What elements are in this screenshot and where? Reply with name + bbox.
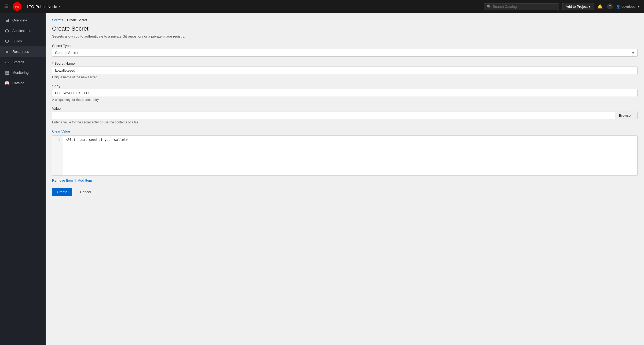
item-actions: Remove Item | Add Item — [52, 178, 638, 182]
value-hint: Enter a value for the secret entry or us… — [52, 120, 638, 124]
add-item-link[interactable]: Add Item — [78, 178, 92, 182]
applications-icon: ⬡ — [4, 28, 10, 33]
sidebar-label-monitoring: Monitoring — [12, 71, 29, 75]
page-title: Create Secret — [52, 25, 638, 32]
user-icon: 👤 — [616, 5, 620, 9]
search-input[interactable] — [493, 5, 556, 9]
clear-value-link[interactable]: Clear Value — [52, 129, 70, 133]
create-button[interactable]: Create — [52, 188, 72, 196]
key-label: * Key — [52, 84, 638, 88]
user-label: developer — [621, 5, 637, 9]
secret-name-group: * Secret Name Unique name of the new sec… — [52, 61, 638, 79]
project-selector[interactable]: LTO Public Node ▾ — [27, 4, 60, 9]
key-input[interactable] — [52, 89, 638, 97]
add-to-project-button[interactable]: Add to Project ▾ — [562, 3, 594, 10]
line-number-1: 1 — [55, 138, 60, 142]
code-editor: 1 <Plain text seed of your wallet> — [52, 135, 638, 176]
breadcrumb-current: Create Secret — [67, 18, 87, 22]
main-layout: ⊞ Overview ⬡ Applications › ⬡ Builds › ◈… — [0, 13, 644, 345]
code-editor-gutter: 1 — [52, 136, 63, 175]
search-catalog[interactable]: 🔍 — [484, 3, 559, 10]
remove-item-link[interactable]: Remove Item — [52, 178, 73, 182]
sidebar-item-builds[interactable]: ⬡ Builds › — [0, 36, 46, 46]
sidebar-item-monitoring[interactable]: ▤ Monitoring — [0, 67, 46, 78]
breadcrumb-parent[interactable]: Secrets — [52, 18, 63, 22]
value-group: Value Browse... Enter a value for the se… — [52, 107, 638, 124]
sidebar: ⊞ Overview ⬡ Applications › ⬡ Builds › ◈… — [0, 13, 46, 345]
project-chevron-icon: ▾ — [59, 5, 60, 8]
resources-chevron-icon: › — [41, 50, 41, 53]
top-nav: ☰ okd LTO Public Node ▾ 🔍 Add to Project… — [0, 0, 644, 13]
okd-logo: okd — [13, 2, 21, 11]
sidebar-item-applications[interactable]: ⬡ Applications › — [0, 25, 46, 36]
value-label: Value — [52, 107, 638, 111]
code-editor-content[interactable]: <Plain text seed of your wallet> — [63, 136, 637, 175]
key-group: * Key A unique key for this secret entry… — [52, 84, 638, 102]
secret-name-label: * Secret Name — [52, 61, 638, 65]
sidebar-label-applications: Applications — [12, 29, 31, 33]
user-chevron-icon: ▾ — [638, 5, 640, 9]
secret-name-input[interactable] — [52, 67, 638, 74]
secret-type-group: Secret Type Generic Secret Source Secret… — [52, 44, 638, 57]
catalog-icon: 📖 — [4, 80, 10, 86]
sidebar-label-resources: Resources — [12, 50, 29, 54]
help-icon[interactable]: ? — [607, 3, 613, 9]
builds-chevron-icon: › — [41, 40, 41, 43]
sidebar-item-storage[interactable]: ▭ Storage — [0, 57, 46, 67]
resources-icon: ◈ — [4, 49, 10, 54]
secret-type-label: Secret Type — [52, 44, 638, 48]
search-icon: 🔍 — [487, 5, 491, 9]
page-description: Secrets allow you to authenticate to a p… — [52, 34, 638, 38]
cancel-button[interactable]: Cancel — [75, 188, 96, 196]
top-nav-icons: 🔔 ? — [597, 3, 613, 9]
breadcrumb-separator: › — [65, 19, 65, 22]
item-actions-separator: | — [75, 178, 76, 182]
applications-chevron-icon: › — [41, 29, 41, 32]
overview-icon: ⊞ — [4, 18, 10, 23]
sidebar-label-catalog: Catalog — [12, 81, 24, 85]
secret-type-select[interactable]: Generic Secret Source Secret Image Secre… — [52, 49, 638, 57]
project-name: LTO Public Node — [27, 4, 57, 9]
notifications-icon[interactable]: 🔔 — [597, 4, 603, 9]
sidebar-label-builds: Builds — [12, 39, 22, 43]
monitoring-icon: ▤ — [4, 70, 10, 75]
user-menu[interactable]: 👤 developer ▾ — [616, 5, 640, 9]
sidebar-label-storage: Storage — [12, 60, 25, 64]
form-buttons: Create Cancel — [52, 188, 638, 196]
key-hint: A unique key for this secret entry. — [52, 98, 638, 102]
sidebar-item-resources[interactable]: ◈ Resources › — [0, 46, 46, 57]
sidebar-item-overview[interactable]: ⊞ Overview — [0, 15, 46, 25]
hamburger-icon[interactable]: ☰ — [4, 3, 9, 9]
sidebar-label-overview: Overview — [12, 18, 27, 22]
sidebar-item-catalog[interactable]: 📖 Catalog — [0, 78, 46, 88]
add-to-project-chevron-icon: ▾ — [589, 5, 591, 9]
storage-icon: ▭ — [4, 60, 10, 65]
content-area: Secrets › Create Secret Create Secret Se… — [46, 13, 644, 345]
value-input-row: Browse... — [52, 112, 638, 119]
create-secret-form: Secret Type Generic Secret Source Secret… — [52, 44, 638, 196]
builds-icon: ⬡ — [4, 39, 10, 44]
browse-button[interactable]: Browse... — [615, 112, 638, 119]
breadcrumb: Secrets › Create Secret — [52, 18, 638, 22]
secret-name-hint: Unique name of the new secret. — [52, 75, 638, 79]
value-input[interactable] — [52, 112, 615, 119]
